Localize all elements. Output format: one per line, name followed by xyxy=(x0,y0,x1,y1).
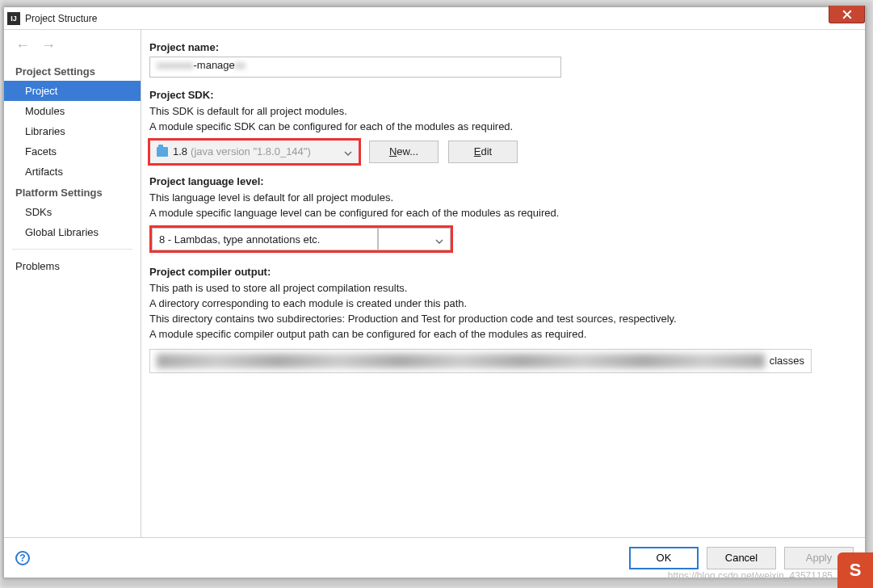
language-level-selected: 8 - Lambdas, type annotations etc. xyxy=(159,233,320,246)
compiler-output-blurred-path xyxy=(157,354,765,368)
chevron-down-icon xyxy=(435,236,443,248)
close-icon xyxy=(842,10,852,19)
edit-sdk-button[interactable]: Edit xyxy=(448,141,518,163)
compiler-output-input[interactable]: classes xyxy=(149,349,812,373)
sidebar-item-libraries[interactable]: Libraries xyxy=(4,121,141,141)
compiler-output-desc2: A directory corresponding to each module… xyxy=(149,296,850,312)
chevron-down-icon xyxy=(344,148,352,160)
compiler-output-desc1: This path is used to store all project c… xyxy=(149,281,850,296)
sidebar-item-facets[interactable]: Facets xyxy=(4,141,141,162)
compiler-output-desc3: This directory contains two subdirectori… xyxy=(149,312,850,327)
project-sdk-version: 1.8 xyxy=(173,145,187,158)
project-name-value: -manage xyxy=(194,59,235,71)
cancel-button[interactable]: Cancel xyxy=(707,547,776,569)
titlebar: IJ Project Structure xyxy=(4,7,865,30)
sidebar-separator xyxy=(12,249,132,250)
language-level-chevron-area[interactable] xyxy=(378,228,451,250)
sidebar-item-sdks[interactable]: SDKs xyxy=(4,202,141,222)
nav-forward-icon[interactable]: → xyxy=(41,38,56,52)
folder-icon xyxy=(157,147,168,157)
ok-button[interactable]: OK xyxy=(629,547,699,569)
nav-back-icon[interactable]: ← xyxy=(15,38,30,52)
sidebar-item-artifacts[interactable]: Artifacts xyxy=(4,162,141,182)
sidebar-item-global-libraries[interactable]: Global Libraries xyxy=(4,222,141,242)
project-structure-dialog: IJ Project Structure ← → Project Setting… xyxy=(3,6,866,578)
sidebar-item-project[interactable]: Project xyxy=(4,81,141,101)
language-level-highlight: 8 - Lambdas, type annotations etc. xyxy=(149,225,453,253)
help-button[interactable]: ? xyxy=(15,551,30,565)
new-sdk-button[interactable]: New... xyxy=(369,141,439,163)
language-level-desc2: A module specific language level can be … xyxy=(149,206,850,221)
language-level-desc1: This language level is default for all p… xyxy=(149,191,850,206)
sidebar-item-modules[interactable]: Modules xyxy=(4,101,141,121)
compiler-output-suffix: classes xyxy=(770,355,804,367)
sidebar-group-project-settings: Project Settings xyxy=(4,61,141,81)
compiler-output-desc4: A module specific compiler output path c… xyxy=(149,327,850,342)
sidebar-item-problems[interactable]: Problems xyxy=(4,256,141,276)
watermark-text: https://blog.csdn.net/weixin_43571185 xyxy=(668,570,833,582)
watermark-badge: S xyxy=(837,552,873,588)
sidebar-group-platform-settings: Platform Settings xyxy=(4,182,141,202)
app-icon: IJ xyxy=(7,12,20,25)
window-title: Project Structure xyxy=(25,13,97,24)
project-name-label: Project name: xyxy=(149,41,850,53)
project-sdk-desc1: This SDK is default for all project modu… xyxy=(149,104,850,120)
compiler-output-label: Project compiler output: xyxy=(149,266,850,278)
project-sdk-desc2: A module specific SDK can be configured … xyxy=(149,120,850,135)
project-name-input[interactable]: xxxxxxx-managexx xyxy=(149,57,561,78)
sidebar: ← → Project Settings Project Modules Lib… xyxy=(4,30,141,537)
close-button[interactable] xyxy=(829,6,865,23)
language-level-combo[interactable]: 8 - Lambdas, type annotations etc. xyxy=(152,228,378,250)
project-sdk-label: Project SDK: xyxy=(149,89,850,101)
project-sdk-detail: (java version "1.8.0_144") xyxy=(191,145,311,158)
content-panel: Project name: xxxxxxx-managexx Project S… xyxy=(141,30,865,537)
language-level-label: Project language level: xyxy=(149,175,850,187)
project-sdk-combo[interactable]: 1.8 (java version "1.8.0_144") xyxy=(149,140,359,164)
